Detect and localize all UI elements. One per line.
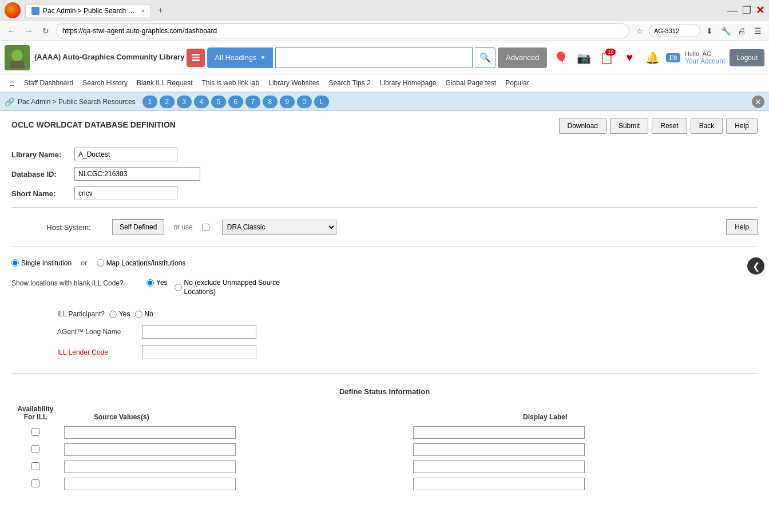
display-input-3[interactable]: [413, 460, 585, 473]
advanced-search-button[interactable]: Advanced: [498, 47, 547, 68]
short-name-field: Short Name:: [11, 186, 758, 200]
host-system-select[interactable]: DRA Classic Option 2 Option 3: [222, 220, 336, 235]
page-btn-1[interactable]: 1: [142, 96, 157, 108]
nav-search-tips[interactable]: Search Tips 2: [324, 74, 375, 92]
close-window-button[interactable]: ✕: [756, 4, 764, 17]
nav-library-homepage[interactable]: Library Homepage: [375, 74, 441, 92]
nav-blank-ill-request[interactable]: Blank ILL Request: [132, 74, 197, 92]
download-icon[interactable]: ⬇: [703, 24, 716, 38]
library-name-field: Library Name:: [11, 148, 758, 161]
lender-code-input[interactable]: [142, 346, 256, 359]
self-defined-button[interactable]: Self Defined: [112, 219, 164, 235]
nav-search-history[interactable]: Search History: [78, 74, 132, 92]
page-btn-2[interactable]: 2: [160, 96, 175, 108]
page-btn-l[interactable]: L: [314, 96, 329, 108]
nav-global-page-test[interactable]: Global Page test: [441, 74, 501, 92]
reset-button[interactable]: Reset: [652, 118, 687, 134]
page-btn-6[interactable]: 6: [228, 96, 243, 108]
print-icon[interactable]: 🖨: [735, 24, 748, 38]
page-btn-9[interactable]: 9: [280, 96, 295, 108]
f9-badge[interactable]: F9: [666, 53, 680, 62]
single-institution-radio[interactable]: Single Institution: [11, 259, 72, 267]
camera-icon[interactable]: 📷: [574, 49, 593, 67]
status-checkbox-4[interactable]: [31, 479, 39, 487]
status-checkbox-cell-4: [13, 476, 58, 492]
breadcrumb-icon: 🔗: [5, 97, 14, 106]
display-input-2[interactable]: [413, 443, 585, 456]
more-options-icon[interactable]: ☰: [751, 24, 764, 38]
nav-staff-dashboard[interactable]: Staff Dashboard: [19, 74, 78, 92]
nav-web-link-lab[interactable]: This is web link lab: [197, 74, 264, 92]
status-checkbox-3[interactable]: [31, 462, 39, 470]
extensions-icon[interactable]: 🔧: [719, 24, 732, 38]
library-name-input[interactable]: [74, 148, 177, 161]
page-btn-7[interactable]: 7: [245, 96, 260, 108]
help-button[interactable]: Help: [726, 118, 758, 134]
display-input-1[interactable]: [413, 426, 585, 439]
org-name: (AAAA) Auto-Graphics Community Library: [34, 53, 184, 62]
map-locations-radio[interactable]: Map Locations/Institutions: [97, 259, 186, 267]
breadcrumb-close-button[interactable]: ✕: [752, 96, 764, 108]
source-cell-4: [60, 476, 407, 492]
heart-icon[interactable]: ♥: [620, 49, 639, 67]
ill-yes-radio-input[interactable]: [109, 311, 117, 318]
page-btn-3[interactable]: 3: [177, 96, 192, 108]
single-institution-radio-input[interactable]: [11, 259, 19, 267]
show-locations-yes-input[interactable]: [146, 279, 154, 287]
source-input-3[interactable]: [64, 460, 236, 473]
back-form-button[interactable]: Back: [691, 118, 723, 134]
bell-icon[interactable]: 🔔: [643, 49, 661, 67]
search-input[interactable]: [275, 47, 473, 68]
search-submit-button[interactable]: 🔍: [475, 47, 496, 68]
show-locations-no-radio[interactable]: No (exclude Unmapped Source Locations): [175, 279, 289, 296]
short-name-input[interactable]: [74, 186, 177, 200]
source-input-2[interactable]: [64, 443, 236, 456]
balloon-icon[interactable]: 🎈: [552, 49, 570, 67]
new-tab-button[interactable]: +: [151, 3, 170, 18]
logout-button[interactable]: Logout: [730, 49, 764, 66]
list-icon[interactable]: 📋 16: [597, 49, 616, 67]
home-nav-button[interactable]: ⌂: [5, 74, 19, 92]
scroll-back-arrow[interactable]: ❮: [747, 257, 764, 275]
agent-name-input[interactable]: [142, 325, 256, 339]
status-checkbox-1[interactable]: [31, 428, 39, 436]
page-btn-4[interactable]: 4: [194, 96, 209, 108]
map-locations-radio-input[interactable]: [97, 259, 104, 267]
map-locations-label: Map Locations/Institutions: [106, 259, 186, 267]
source-input-1[interactable]: [64, 426, 236, 439]
search-type-dropdown[interactable]: All Headings ▼: [207, 47, 273, 68]
host-system-checkbox[interactable]: [202, 224, 209, 231]
browser-tab[interactable]: Pac Admin > Public Search Res ×: [25, 4, 151, 17]
status-checkbox-2[interactable]: [31, 445, 39, 453]
nav-library-websites[interactable]: Library Websites: [264, 74, 324, 92]
status-table-header: AvailabilityFor ILL Source Values(s) Dis…: [13, 403, 756, 423]
page-btn-0[interactable]: 0: [297, 96, 312, 108]
maximize-button[interactable]: ❐: [742, 4, 751, 17]
host-help-button[interactable]: Help: [726, 219, 758, 235]
submit-button[interactable]: Submit: [610, 118, 648, 134]
url-bar[interactable]: [56, 23, 629, 38]
refresh-button[interactable]: ↻: [39, 24, 53, 38]
bookmark-button[interactable]: ☆: [633, 24, 647, 38]
account-link[interactable]: Your Account: [685, 57, 725, 65]
nav-popular[interactable]: Popular: [501, 74, 533, 92]
lender-code-label: ILL Lender Code: [57, 348, 137, 356]
forward-button[interactable]: →: [22, 24, 35, 38]
search-type-label: All Headings: [215, 53, 256, 62]
minimize-button[interactable]: —: [727, 5, 738, 17]
browser-search-input[interactable]: [649, 25, 700, 37]
back-button[interactable]: ←: [5, 24, 18, 38]
ill-no-radio-input[interactable]: [135, 311, 142, 318]
display-input-4[interactable]: [413, 478, 585, 490]
source-input-4[interactable]: [64, 478, 236, 490]
search-type-icon[interactable]: [187, 49, 205, 67]
ill-no-radio[interactable]: No: [135, 310, 153, 318]
database-id-input[interactable]: [74, 167, 200, 181]
page-btn-8[interactable]: 8: [263, 96, 278, 108]
show-locations-no-input[interactable]: [175, 284, 182, 291]
show-locations-yes-radio[interactable]: Yes: [146, 279, 168, 287]
tab-close-button[interactable]: ×: [141, 7, 145, 14]
ill-yes-radio[interactable]: Yes: [109, 310, 130, 318]
page-btn-5[interactable]: 5: [211, 96, 226, 108]
download-button[interactable]: Download: [559, 118, 607, 134]
